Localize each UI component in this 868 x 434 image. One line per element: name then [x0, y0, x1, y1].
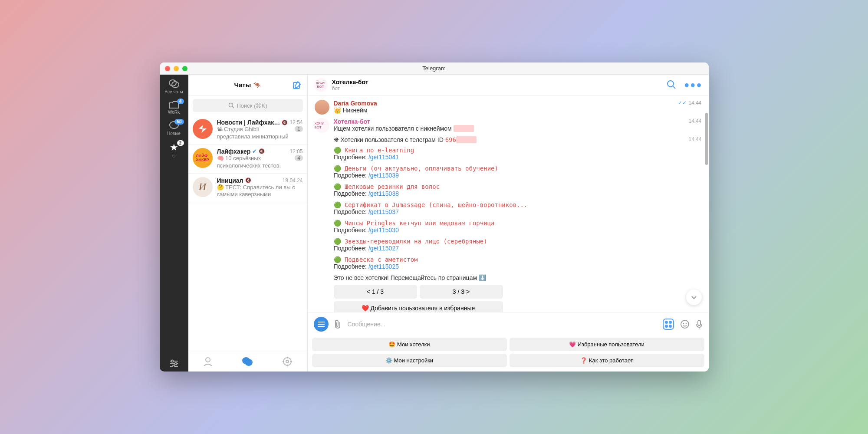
message-text: Ищем хотелки пользователя с никнеймом x: [334, 125, 702, 132]
scrollbar[interactable]: [705, 113, 708, 165]
voice-message-button[interactable]: [696, 319, 703, 329]
chat-preview: 🤔 ТЕСТ: Справитесь ли вы с самыми каверз…: [217, 184, 303, 199]
wishlist-item: 🟢 Сертификат в Jumassage (спина, шейно-в…: [334, 201, 702, 215]
more-options-button[interactable]: ●●●: [684, 80, 702, 90]
chat-time: 12:05: [289, 148, 302, 155]
compose-button[interactable]: [293, 81, 301, 89]
app-window: Telegram Все чаты 4 WoRk 50: [160, 62, 709, 372]
chat-time: 12:54: [289, 119, 302, 125]
svg-point-8: [172, 365, 174, 368]
contacts-tab[interactable]: [203, 356, 213, 367]
avatar: [193, 119, 213, 139]
avatar: И: [193, 177, 213, 197]
folder-work[interactable]: 4 WoRk: [160, 100, 188, 115]
chat-avatar[interactable]: ХОЧУ БОТ: [314, 78, 328, 92]
chats-tab[interactable]: [242, 356, 253, 367]
message-time: 14:44: [688, 136, 701, 142]
search-in-chat-button[interactable]: [667, 80, 676, 90]
wish-link[interactable]: /get115037: [368, 208, 399, 215]
wishlist-item: 🟢 Книга по e-learning Подробнее: /get115…: [334, 147, 702, 161]
mute-icon: 🔇: [245, 178, 251, 183]
wish-title: 🟢 Книга по e-learning: [334, 147, 702, 154]
pager-prev-button[interactable]: < 1 / 3: [334, 285, 417, 299]
wishlist-item: 🟢 Шелковые резинки для волос Подробнее: …: [334, 183, 702, 197]
svg-line-11: [232, 107, 234, 108]
wishlist-footer: Это не все хотелки! Перемещайтесь по стр…: [334, 274, 702, 281]
chat-list-item[interactable]: ЛАЙФХАКЕР Лайфхакер ✔︎ 🔇 12:05 🧠 10 серь…: [188, 145, 307, 174]
messages-area[interactable]: Daria Gromova 👑 Никнейм ✓✓ 14:44 ХОЧУ БО…: [308, 95, 709, 312]
bot-menu-button[interactable]: [314, 317, 329, 332]
svg-point-12: [206, 358, 210, 362]
chat-list-panel: Чаты 🦘 Поиск (⌘K): [188, 75, 308, 372]
emoji-button[interactable]: [680, 319, 690, 329]
bot-keyboard-button[interactable]: 💗 Избранные пользователи: [510, 338, 704, 351]
message-meta: ✓✓ 14:44: [678, 100, 701, 106]
folder-label: WoRk: [168, 110, 180, 115]
chats-icon: [169, 79, 179, 89]
message-input-bar: [308, 312, 709, 336]
wish-title: 🟢 Звезды-переводилки на лицо (серебряные…: [334, 238, 702, 245]
svg-point-6: [174, 363, 177, 365]
chat-subtitle: бот: [332, 85, 368, 92]
wish-link[interactable]: /get115027: [368, 245, 399, 252]
chat-title-block[interactable]: Хотелка-бот бот: [332, 79, 368, 92]
folder-new[interactable]: 50 Новые: [160, 121, 188, 136]
wishlist-item: 🟢 Звезды-переводилки на лицо (серебряные…: [334, 238, 702, 252]
svg-point-15: [283, 358, 291, 365]
scroll-to-bottom-button[interactable]: [686, 289, 702, 305]
folder-label: Все чаты: [164, 89, 183, 94]
chat-panel: ХОЧУ БОТ Хотелка-бот бот ●●●: [308, 75, 709, 372]
wish-title: 🟢 Подвеска с аметистом: [334, 256, 702, 263]
wish-link[interactable]: /get115038: [368, 190, 399, 197]
bot-keyboard-button[interactable]: 🤩 Мои хотелки: [312, 338, 507, 351]
message-input[interactable]: [348, 321, 658, 328]
chat-name: Новости | Лайфхакер: [217, 119, 280, 126]
heart-icon: ♡: [172, 154, 176, 159]
wish-title: 🟢 Сертификат в Jumassage (спина, шейно-в…: [334, 201, 702, 208]
message-text: 👑 Никнейм: [334, 107, 702, 114]
bot-keyboard-button[interactable]: ❓ Как это работает: [510, 354, 704, 367]
settings-sliders-button[interactable]: [169, 359, 179, 367]
wish-link[interactable]: /get115041: [368, 154, 399, 161]
wish-title: 🟢 Чипсы Pringles кетчуп или медовая горч…: [334, 220, 702, 227]
message-outgoing: Daria Gromova 👑 Никнейм ✓✓ 14:44: [315, 100, 702, 115]
svg-line-22: [673, 86, 676, 89]
folder-all-chats[interactable]: Все чаты: [160, 79, 188, 94]
bot-keyboard-button[interactable]: ⚙️ Мои настройки: [312, 354, 507, 367]
wish-link[interactable]: /get115025: [368, 263, 399, 270]
chat-list-item[interactable]: Новости | Лайфхакер 🔇 12:54 📽 Студия Ghi…: [188, 115, 307, 145]
search-input[interactable]: Поиск (⌘K): [193, 99, 303, 112]
message-author: Daria Gromova: [334, 100, 702, 107]
folder-starred[interactable]: ★ 2 ♡: [160, 142, 188, 159]
pager-next-button[interactable]: 3 / 3 >: [420, 285, 503, 299]
message-incoming: ХОЧУ БОТ Хотелка-бот Ищем хотелки пользо…: [315, 118, 702, 133]
message-time: 14:44: [688, 100, 701, 106]
reply-keyboard: 🤩 Мои хотелки 💗 Избранные пользователи ⚙…: [308, 336, 709, 372]
chat-list-title: Чаты 🦘: [234, 81, 261, 89]
attach-button[interactable]: [334, 319, 342, 329]
mute-icon: 🔇: [259, 148, 265, 154]
redacted-text: x: [454, 125, 474, 132]
wish-title: 🟢 Деньги (оч актуально, оплачивать обуче…: [334, 165, 702, 172]
svg-point-4: [171, 360, 173, 362]
wish-link[interactable]: /get115039: [368, 172, 399, 179]
unread-badge: 1: [295, 126, 302, 132]
search-icon: [228, 102, 234, 108]
chat-time: 19.04.24: [283, 178, 303, 184]
commands-button[interactable]: [663, 319, 674, 330]
chat-list-item[interactable]: И Инициал 🔇 19.04.24 🤔 ТЕСТ: Справитесь …: [188, 174, 307, 203]
add-favorite-button[interactable]: ❤️ Добавить пользователя в избранные: [334, 301, 503, 312]
svg-point-27: [683, 323, 684, 324]
svg-rect-29: [698, 320, 700, 326]
chat-title: Хотелка-бот: [332, 79, 368, 85]
unread-badge: 4: [295, 155, 302, 161]
bot-avatar[interactable]: ХОЧУ БОТ: [315, 118, 329, 133]
wish-link[interactable]: /get115030: [368, 227, 399, 233]
window-title: Telegram: [160, 65, 709, 72]
folder-label: Новые: [167, 131, 181, 136]
chat-name: Лайфхакер: [217, 148, 251, 155]
settings-tab[interactable]: [282, 356, 293, 367]
chat-actions: ●●●: [667, 80, 702, 90]
svg-point-21: [667, 81, 674, 87]
user-avatar[interactable]: [315, 100, 329, 115]
